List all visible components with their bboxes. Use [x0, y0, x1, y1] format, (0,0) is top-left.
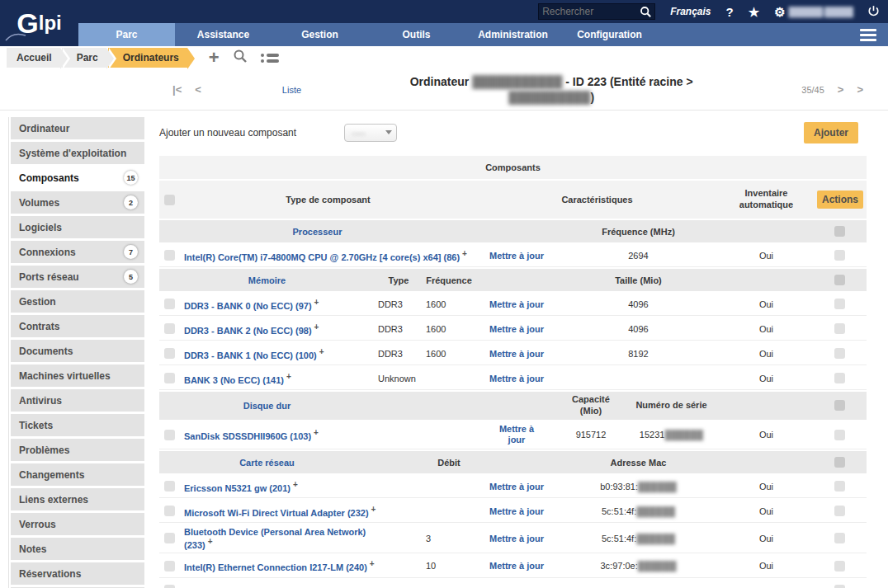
- global-search[interactable]: [538, 3, 655, 20]
- sidebar-item-15[interactable]: Liens externes: [11, 488, 144, 510]
- section-checkbox[interactable]: [834, 457, 845, 468]
- section-label-link[interactable]: Disque dur: [243, 401, 290, 411]
- section-checkbox[interactable]: [834, 226, 845, 237]
- breadcrumb-item-ordinateurs[interactable]: Ordinateurs: [108, 48, 187, 68]
- sidebar-item-11[interactable]: Antivirus: [11, 389, 144, 412]
- component-name-link[interactable]: Intel(R) Core(TM) i7-4800MQ CPU @ 2.70GH…: [184, 252, 460, 261]
- update-link[interactable]: Mettre à jour: [489, 324, 544, 334]
- add-item-icon[interactable]: +: [209, 49, 220, 67]
- nav-item-outils[interactable]: Outils: [368, 23, 465, 46]
- update-link[interactable]: Mettre à jour: [489, 561, 544, 571]
- nav-item-assistance[interactable]: Assistance: [175, 23, 272, 46]
- section-checkbox[interactable]: [834, 400, 845, 411]
- update-link[interactable]: Mettre à jour: [489, 299, 544, 309]
- update-link[interactable]: Mettre à jour: [489, 534, 544, 543]
- row-checkbox[interactable]: [164, 561, 175, 572]
- sidebar-item-6[interactable]: Ports réseau5: [11, 266, 144, 288]
- component-name-link[interactable]: Intel(R) Ethernet Connection I217-LM (24…: [184, 562, 367, 572]
- glpi-logo[interactable]: Glpi: [0, 0, 78, 46]
- row-action-checkbox[interactable]: [834, 481, 845, 492]
- gear-icon[interactable]: ⚙: [774, 6, 785, 18]
- menu-toggle-icon[interactable]: [860, 26, 876, 44]
- expand-plus-icon[interactable]: +: [314, 428, 319, 437]
- bookmark-star-icon[interactable]: ★: [749, 6, 759, 18]
- select-all-checkbox[interactable]: [164, 195, 175, 205]
- actions-button[interactable]: Actions: [817, 191, 863, 209]
- breadcrumb-item-accueil[interactable]: Accueil: [7, 48, 60, 68]
- previous-record-button[interactable]: <: [191, 83, 205, 96]
- row-checkbox[interactable]: [164, 373, 175, 383]
- sidebar-item-1[interactable]: Système d'exploitation: [11, 142, 144, 164]
- expand-plus-icon[interactable]: +: [314, 298, 319, 307]
- row-action-checkbox[interactable]: [834, 430, 845, 440]
- sidebar-item-12[interactable]: Tickets: [11, 414, 144, 436]
- row-checkbox[interactable]: [164, 506, 175, 516]
- sidebar-item-13[interactable]: Problèmes: [11, 439, 144, 461]
- update-link[interactable]: Mettre à jour: [489, 482, 544, 492]
- update-link[interactable]: Mettre à jour: [489, 349, 544, 359]
- component-name-link[interactable]: DDR3 - BANK 2 (No ECC) (98): [184, 325, 312, 335]
- expand-plus-icon[interactable]: +: [286, 372, 291, 381]
- section-label-link[interactable]: Processeur: [293, 227, 342, 237]
- expand-plus-icon[interactable]: +: [370, 559, 375, 568]
- component-name-link[interactable]: DDR3 - BANK 0 (No ECC) (97): [184, 300, 312, 310]
- expand-plus-icon[interactable]: +: [462, 249, 467, 258]
- component-name-link[interactable]: DDR3 - BANK 1 (No ECC) (100): [184, 350, 317, 360]
- add-button[interactable]: Ajouter: [804, 122, 858, 143]
- row-checkbox[interactable]: [164, 348, 175, 359]
- nav-item-administration[interactable]: Administration: [465, 23, 561, 46]
- sidebar-item-0[interactable]: Ordinateur: [11, 117, 144, 139]
- list-link[interactable]: Liste: [282, 85, 301, 95]
- sidebar-item-14[interactable]: Changements: [11, 463, 144, 486]
- nav-item-configuration[interactable]: Configuration: [561, 23, 658, 46]
- update-link[interactable]: Mettre à jour: [491, 424, 542, 447]
- row-action-checkbox[interactable]: [834, 561, 845, 572]
- next-record-button[interactable]: >: [834, 83, 848, 96]
- sidebar-item-7[interactable]: Gestion: [11, 290, 144, 313]
- section-label-link[interactable]: Mémoire: [248, 275, 286, 285]
- user-menu[interactable]: ⚙ ██████-█████: [774, 6, 853, 18]
- search-list-icon[interactable]: [233, 49, 248, 67]
- expand-plus-icon[interactable]: +: [293, 480, 298, 489]
- update-link[interactable]: Mettre à jour: [489, 506, 544, 516]
- logout-power-icon[interactable]: [867, 5, 880, 19]
- row-checkbox[interactable]: [164, 299, 175, 309]
- row-checkbox[interactable]: [164, 323, 175, 334]
- sidebar-item-2[interactable]: Composants15: [11, 167, 144, 189]
- sidebar-item-17[interactable]: Notes: [11, 538, 144, 560]
- row-action-checkbox[interactable]: [834, 506, 845, 516]
- search-icon[interactable]: [640, 6, 652, 21]
- sidebar-item-3[interactable]: Volumes2: [11, 191, 144, 214]
- row-action-checkbox[interactable]: [834, 323, 845, 334]
- row-checkbox[interactable]: [164, 430, 175, 440]
- component-type-select[interactable]: -----: [344, 124, 397, 142]
- sidebar-item-16[interactable]: Verrous: [11, 513, 144, 535]
- component-name-link[interactable]: SanDisk SDSSDHII960G (103): [184, 431, 311, 441]
- search-input[interactable]: [539, 6, 631, 17]
- sidebar-item-8[interactable]: Contrats: [11, 315, 144, 337]
- row-action-checkbox[interactable]: [834, 533, 845, 543]
- expand-plus-icon[interactable]: +: [314, 322, 319, 332]
- row-action-checkbox[interactable]: [834, 250, 845, 261]
- row-action-checkbox[interactable]: [834, 373, 845, 383]
- sidebar-item-18[interactable]: Réservations: [11, 562, 144, 585]
- sidebar-item-9[interactable]: Documents: [11, 340, 144, 362]
- component-name-link[interactable]: BANK 3 (No ECC) (141): [184, 374, 284, 384]
- last-record-button[interactable]: >: [853, 83, 867, 96]
- first-record-button[interactable]: |<: [169, 83, 185, 96]
- language-link[interactable]: Français: [670, 6, 711, 17]
- expand-plus-icon[interactable]: +: [371, 505, 376, 514]
- section-label-link[interactable]: Carte réseau: [239, 458, 295, 468]
- row-action-checkbox[interactable]: [834, 348, 845, 359]
- help-icon[interactable]: ?: [726, 6, 734, 18]
- component-name-link[interactable]: Ericsson N5321 gw (201): [184, 482, 290, 492]
- component-name-link[interactable]: Microsoft Wi-Fi Direct Virtual Adapter (…: [184, 507, 369, 517]
- expand-plus-icon[interactable]: +: [319, 347, 324, 356]
- list-view-icon[interactable]: [261, 51, 279, 65]
- sidebar-item-5[interactable]: Connexions7: [11, 241, 144, 263]
- update-link[interactable]: Mettre à jour: [489, 374, 544, 383]
- section-checkbox[interactable]: [834, 275, 845, 285]
- sidebar-item-4[interactable]: Logiciels: [11, 216, 144, 238]
- row-action-checkbox[interactable]: [834, 299, 845, 309]
- sidebar-item-10[interactable]: Machines virtuelles: [11, 365, 144, 387]
